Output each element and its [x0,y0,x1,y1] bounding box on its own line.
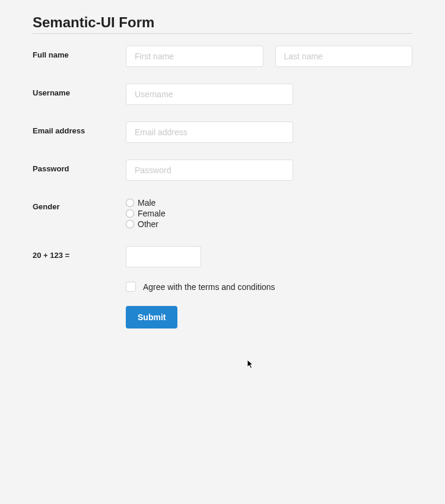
radio-icon [126,220,134,228]
captcha-label: 20 + 123 = [33,246,126,267]
password-input[interactable] [126,160,293,181]
mouse-cursor-icon [247,360,255,369]
terms-label: Agree with the terms and conditions [143,282,275,292]
gender-other-radio[interactable]: Other [126,219,166,229]
gender-female-radio[interactable]: Female [126,208,166,219]
gender-male-label: Male [138,197,155,208]
email-label: Email address [33,122,126,143]
semantic-ui-form: Full name Username Email address Passwor… [33,46,412,328]
captcha-input[interactable] [126,246,201,267]
username-label: Username [33,84,126,105]
radio-icon [126,199,134,207]
username-input[interactable] [126,84,293,105]
radio-icon [126,209,134,218]
gender-other-label: Other [138,219,158,229]
email-input[interactable] [126,122,293,143]
last-name-input[interactable] [275,46,413,67]
submit-button[interactable]: Submit [126,306,177,328]
first-name-input[interactable] [126,46,263,67]
gender-label: Gender [33,197,126,229]
terms-checkbox[interactable]: Agree with the terms and conditions [126,282,275,292]
gender-female-label: Female [138,208,166,219]
checkbox-icon [126,282,136,292]
page-title: Semantic-UI Form [33,14,412,34]
fullname-label: Full name [33,46,126,67]
gender-male-radio[interactable]: Male [126,197,166,208]
password-label: Password [33,160,126,181]
